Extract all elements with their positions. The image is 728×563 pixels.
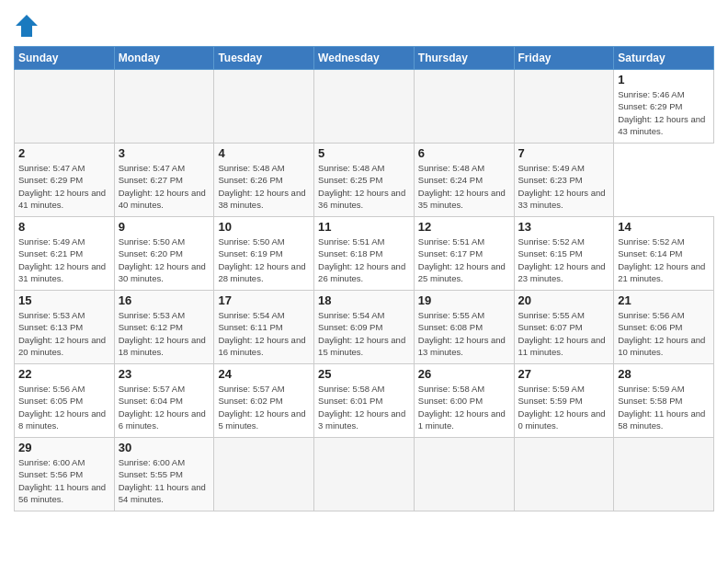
sunset: Sunset: 6:18 PM — [318, 248, 382, 259]
day-cell — [314, 438, 415, 511]
sunrise: Sunrise: 5:53 AM — [18, 310, 85, 320]
day-number: 6 — [418, 146, 510, 160]
day-number: 5 — [318, 146, 410, 160]
sunrise: Sunrise: 5:47 AM — [18, 163, 85, 173]
logo — [14, 13, 41, 39]
day-info: Sunrise: 5:58 AM Sunset: 6:01 PM Dayligh… — [318, 383, 410, 431]
sunrise: Sunrise: 6:00 AM — [119, 457, 185, 467]
day-cell — [614, 438, 714, 511]
day-info: Sunrise: 5:47 AM Sunset: 6:27 PM Dayligh… — [119, 162, 210, 211]
calendar-container: SundayMondayTuesdayWednesdayThursdayFrid… — [0, 0, 728, 563]
day-number: 28 — [618, 367, 710, 381]
week-row-5: 22 Sunrise: 5:56 AM Sunset: 6:05 PM Dayl… — [15, 364, 714, 438]
day-info: Sunrise: 5:57 AM Sunset: 6:02 PM Dayligh… — [218, 383, 310, 431]
day-cell — [514, 70, 614, 144]
day-cell: 9 Sunrise: 5:50 AM Sunset: 6:20 PM Dayli… — [114, 217, 214, 291]
daylight: Daylight: 12 hours and 30 minutes. — [119, 261, 206, 283]
sunrise: Sunrise: 5:52 AM — [518, 236, 585, 247]
sunrise: Sunrise: 5:50 AM — [119, 236, 185, 247]
daylight: Daylight: 12 hours and 10 minutes. — [618, 335, 705, 357]
day-cell: 4 Sunrise: 5:48 AM Sunset: 6:26 PM Dayli… — [214, 144, 314, 217]
day-info: Sunrise: 5:50 AM Sunset: 6:19 PM Dayligh… — [218, 236, 310, 284]
day-cell: 28 Sunrise: 5:59 AM Sunset: 5:58 PM Dayl… — [614, 364, 714, 438]
day-info: Sunrise: 5:51 AM Sunset: 6:17 PM Dayligh… — [418, 236, 510, 284]
week-row-2: 2 Sunrise: 5:47 AM Sunset: 6:29 PM Dayli… — [15, 144, 714, 217]
day-cell: 8 Sunrise: 5:49 AM Sunset: 6:21 PM Dayli… — [15, 217, 115, 291]
sunrise: Sunrise: 5:51 AM — [418, 236, 484, 247]
day-cell: 21 Sunrise: 5:56 AM Sunset: 6:06 PM Dayl… — [614, 291, 714, 364]
calendar-body: 1 Sunrise: 5:46 AM Sunset: 6:29 PM Dayli… — [15, 70, 714, 511]
day-cell: 29 Sunrise: 6:00 AM Sunset: 5:56 PM Dayl… — [15, 438, 115, 511]
header-cell-wednesday: Wednesday — [314, 47, 415, 70]
day-number: 24 — [218, 367, 310, 381]
daylight: Daylight: 12 hours and 31 minutes. — [18, 261, 106, 283]
day-cell: 19 Sunrise: 5:55 AM Sunset: 6:08 PM Dayl… — [414, 291, 514, 364]
sunset: Sunset: 6:21 PM — [18, 248, 83, 259]
daylight: Daylight: 12 hours and 13 minutes. — [418, 335, 506, 357]
day-info: Sunrise: 5:47 AM Sunset: 6:29 PM Dayligh… — [18, 162, 110, 211]
day-number: 25 — [318, 367, 410, 381]
daylight: Daylight: 12 hours and 3 minutes. — [318, 408, 405, 431]
sunset: Sunset: 6:17 PM — [418, 248, 483, 259]
sunrise: Sunrise: 5:46 AM — [618, 89, 684, 99]
sunset: Sunset: 6:05 PM — [18, 396, 83, 406]
sunrise: Sunrise: 5:54 AM — [318, 310, 384, 320]
sunrise: Sunrise: 5:55 AM — [418, 310, 484, 320]
sunset: Sunset: 6:25 PM — [318, 175, 382, 185]
daylight: Daylight: 12 hours and 43 minutes. — [618, 114, 705, 136]
sunrise: Sunrise: 5:48 AM — [218, 163, 284, 173]
daylight: Daylight: 12 hours and 16 minutes. — [218, 335, 305, 357]
day-info: Sunrise: 5:53 AM Sunset: 6:13 PM Dayligh… — [18, 309, 110, 358]
sunrise: Sunrise: 6:00 AM — [18, 457, 85, 467]
day-number: 20 — [518, 293, 610, 307]
daylight: Daylight: 11 hours and 58 minutes. — [618, 408, 705, 431]
day-cell — [414, 70, 514, 144]
daylight: Daylight: 12 hours and 41 minutes. — [18, 188, 106, 210]
calendar-header: SundayMondayTuesdayWednesdayThursdayFrid… — [15, 47, 714, 70]
day-cell: 16 Sunrise: 5:53 AM Sunset: 6:12 PM Dayl… — [114, 291, 214, 364]
sunrise: Sunrise: 5:51 AM — [318, 236, 384, 247]
day-number: 19 — [418, 293, 510, 307]
day-info: Sunrise: 5:53 AM Sunset: 6:12 PM Dayligh… — [119, 309, 210, 358]
sunset: Sunset: 6:14 PM — [618, 248, 682, 259]
day-cell — [214, 438, 314, 511]
day-cell: 22 Sunrise: 5:56 AM Sunset: 6:05 PM Dayl… — [15, 364, 115, 438]
daylight: Daylight: 12 hours and 40 minutes. — [119, 188, 206, 210]
day-number: 23 — [119, 367, 210, 381]
daylight: Daylight: 12 hours and 26 minutes. — [318, 261, 405, 283]
day-info: Sunrise: 5:54 AM Sunset: 6:11 PM Dayligh… — [218, 309, 310, 358]
sunrise: Sunrise: 5:48 AM — [418, 163, 484, 173]
day-info: Sunrise: 5:51 AM Sunset: 6:18 PM Dayligh… — [318, 236, 410, 284]
week-row-4: 15 Sunrise: 5:53 AM Sunset: 6:13 PM Dayl… — [15, 291, 714, 364]
daylight: Daylight: 12 hours and 11 minutes. — [518, 335, 606, 357]
daylight: Daylight: 11 hours and 56 minutes. — [18, 482, 106, 504]
day-cell: 10 Sunrise: 5:50 AM Sunset: 6:19 PM Dayl… — [214, 217, 314, 291]
sunset: Sunset: 6:00 PM — [418, 396, 483, 406]
daylight: Daylight: 12 hours and 33 minutes. — [518, 188, 606, 210]
sunrise: Sunrise: 5:57 AM — [119, 384, 185, 394]
day-info: Sunrise: 5:57 AM Sunset: 6:04 PM Dayligh… — [119, 383, 210, 431]
day-info: Sunrise: 5:59 AM Sunset: 5:58 PM Dayligh… — [618, 383, 710, 431]
week-row-1: 1 Sunrise: 5:46 AM Sunset: 6:29 PM Dayli… — [15, 70, 714, 144]
sunrise: Sunrise: 5:47 AM — [119, 163, 185, 173]
header-cell-friday: Friday — [514, 47, 614, 70]
daylight: Daylight: 12 hours and 21 minutes. — [618, 261, 705, 283]
sunrise: Sunrise: 5:59 AM — [618, 384, 684, 394]
day-number: 7 — [518, 146, 610, 160]
day-cell — [114, 70, 214, 144]
day-cell — [214, 70, 314, 144]
day-number: 26 — [418, 367, 510, 381]
daylight: Daylight: 12 hours and 23 minutes. — [518, 261, 606, 283]
day-info: Sunrise: 5:56 AM Sunset: 6:06 PM Dayligh… — [618, 309, 710, 358]
header-cell-sunday: Sunday — [15, 47, 115, 70]
sunrise: Sunrise: 5:54 AM — [218, 310, 284, 320]
day-number: 15 — [18, 293, 110, 307]
day-info: Sunrise: 5:52 AM Sunset: 6:15 PM Dayligh… — [518, 236, 610, 284]
sunrise: Sunrise: 5:58 AM — [418, 384, 484, 394]
day-info: Sunrise: 5:59 AM Sunset: 5:59 PM Dayligh… — [518, 383, 610, 431]
day-cell: 6 Sunrise: 5:48 AM Sunset: 6:24 PM Dayli… — [414, 144, 514, 217]
day-cell: 26 Sunrise: 5:58 AM Sunset: 6:00 PM Dayl… — [414, 364, 514, 438]
sunset: Sunset: 6:06 PM — [618, 322, 682, 332]
sunset: Sunset: 6:27 PM — [119, 175, 183, 185]
day-cell: 11 Sunrise: 5:51 AM Sunset: 6:18 PM Dayl… — [314, 217, 415, 291]
